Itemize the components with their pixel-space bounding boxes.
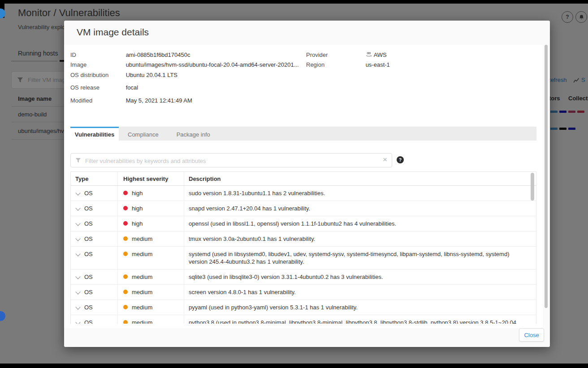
- field-region: Region us-east-1: [306, 61, 390, 68]
- table-header-row: Type Highest severity Description: [71, 172, 536, 186]
- type-cell: OS: [84, 274, 93, 280]
- severity-label: medium: [132, 274, 152, 280]
- type-cell: OS: [84, 289, 93, 295]
- field-value: focal: [126, 84, 138, 91]
- vulnerabilities-table: Type Highest severity Description OS hig…: [70, 171, 536, 324]
- table-row[interactable]: OS medium systemd (used in libsystemd0, …: [71, 247, 536, 270]
- description-cell: python3.8 (used in python3.8-minimal, li…: [184, 315, 536, 324]
- severity-label: high: [132, 220, 143, 227]
- field-label: Image: [70, 61, 124, 68]
- description-cell: pyyaml (used in python3-yaml) version 5.…: [184, 300, 536, 315]
- field-provider: Provider AWS: [306, 51, 387, 58]
- type-cell: OS: [84, 235, 93, 242]
- column-header-description: Description: [184, 172, 536, 185]
- description-cell: sudo version 1.8.31-1ubuntu1.1 has 2 vul…: [184, 186, 536, 201]
- field-value: us-east-1: [366, 61, 390, 68]
- expand-chevron-icon[interactable]: [75, 236, 80, 241]
- table-row[interactable]: OS medium tmux version 3.0a-2ubuntu0.1 h…: [71, 231, 536, 247]
- type-cell: OS: [84, 190, 93, 197]
- table-row[interactable]: OS medium python3.8 (used in python3.8-m…: [71, 315, 536, 324]
- type-cell: OS: [84, 251, 93, 257]
- expand-chevron-icon[interactable]: [75, 205, 80, 210]
- severity-dot: [123, 206, 128, 210]
- vulnerability-filter[interactable]: ×: [70, 153, 392, 167]
- question-icon: ?: [399, 158, 402, 163]
- description-cell: tmux version 3.0a-2ubuntu0.1 has 1 vulne…: [184, 231, 536, 246]
- field-id: ID ami-0885b1f6bd170450c: [70, 51, 190, 58]
- vulnerability-filter-input[interactable]: [84, 154, 373, 167]
- type-cell: OS: [84, 205, 93, 212]
- expand-chevron-icon[interactable]: [75, 289, 80, 294]
- severity-label: medium: [132, 304, 152, 311]
- field-value: Ubuntu 20.04.1 LTS: [126, 72, 177, 78]
- field-label: OS release: [70, 84, 124, 91]
- modal-title: VM image details: [77, 27, 149, 38]
- expand-chevron-icon[interactable]: [75, 221, 80, 226]
- modal-scrollbar[interactable]: [545, 45, 548, 308]
- vm-image-details-modal: VM image details ID ami-0885b1f6bd170450…: [64, 21, 550, 347]
- expand-chevron-icon[interactable]: [75, 320, 80, 324]
- table-row[interactable]: OS medium sqlite3 (used in libsqlite3-0)…: [71, 270, 536, 285]
- field-label: Modified: [70, 97, 124, 104]
- description-cell: systemd (used in libsystemd0, libudev1, …: [184, 247, 536, 269]
- filter-help-button[interactable]: ?: [397, 156, 404, 163]
- severity-dot: [123, 221, 128, 226]
- field-label: Provider: [306, 51, 364, 58]
- severity-label: high: [132, 205, 143, 212]
- field-label: OS distribution: [70, 72, 124, 78]
- severity-label: high: [132, 190, 143, 197]
- field-os-distribution: OS distribution Ubuntu 20.04.1 LTS: [70, 72, 177, 78]
- severity-label: medium: [132, 289, 152, 295]
- modal-tabs: Vulnerabilities Compliance Package info: [70, 127, 536, 141]
- type-cell: OS: [84, 304, 93, 311]
- field-image: Image ubuntu/images/hvm-ssd/ubuntu-focal…: [70, 61, 299, 68]
- field-value: ubuntu/images/hvm-ssd/ubuntu-focal-20.04…: [126, 61, 299, 68]
- tab-compliance[interactable]: Compliance: [119, 127, 168, 141]
- severity-dot: [123, 236, 128, 241]
- severity-label: medium: [132, 235, 152, 242]
- field-value: May 5, 2021 12:41:49 AM: [126, 97, 192, 104]
- severity-dot: [123, 305, 128, 309]
- severity-dot: [123, 252, 128, 256]
- severity-dot: [123, 290, 128, 294]
- expand-chevron-icon[interactable]: [75, 251, 80, 256]
- severity-dot: [123, 320, 128, 324]
- description-cell: screen version 4.8.0-1 has 1 vulnerabili…: [184, 285, 536, 300]
- expand-chevron-icon[interactable]: [75, 190, 80, 195]
- table-row[interactable]: OS high sudo version 1.8.31-1ubuntu1.1 h…: [71, 186, 536, 201]
- column-header-highest-severity: Highest severity: [118, 172, 184, 185]
- provider-value: AWS: [374, 51, 387, 58]
- field-value: ami-0885b1f6bd170450c: [126, 51, 190, 58]
- tab-package-info[interactable]: Package info: [168, 127, 219, 141]
- expand-chevron-icon[interactable]: [75, 274, 80, 279]
- table-row[interactable]: OS medium pyyaml (used in python3-yaml) …: [71, 300, 536, 315]
- severity-dot: [123, 274, 128, 279]
- funnel-icon: [75, 158, 81, 163]
- table-scrollbar[interactable]: [531, 173, 534, 201]
- close-button[interactable]: Close: [519, 328, 544, 342]
- description-cell: sqlite3 (used in libsqlite3-0) version 3…: [184, 270, 536, 284]
- description-cell: openssl (used in libssl1.1, openssl) ver…: [184, 216, 536, 231]
- screen: Monitor / Vulnerabilities Vulnerability …: [0, 0, 588, 368]
- table-row[interactable]: OS medium screen version 4.8.0-1 has 1 v…: [71, 285, 536, 300]
- severity-dot: [123, 191, 128, 195]
- field-modified: Modified May 5, 2021 12:41:49 AM: [70, 97, 192, 104]
- table-row[interactable]: OS high snapd version 2.47.1+20.04 has 1…: [71, 201, 536, 216]
- column-header-type: Type: [71, 172, 118, 185]
- type-cell: OS: [84, 220, 93, 227]
- field-label: ID: [70, 51, 124, 58]
- field-label: Region: [306, 61, 364, 68]
- tab-vulnerabilities[interactable]: Vulnerabilities: [70, 127, 119, 141]
- field-os-release: OS release focal: [70, 84, 138, 91]
- severity-label: medium: [132, 251, 152, 257]
- aws-icon: [366, 52, 372, 58]
- field-value: AWS: [366, 51, 387, 58]
- expand-chevron-icon[interactable]: [75, 304, 80, 309]
- severity-label: medium: [132, 319, 152, 324]
- type-cell: OS: [84, 319, 93, 324]
- description-cell: snapd version 2.47.1+20.04 has 1 vulnera…: [184, 201, 536, 216]
- table-row[interactable]: OS high openssl (used in libssl1.1, open…: [71, 216, 536, 231]
- clear-filter-icon[interactable]: ×: [383, 155, 387, 164]
